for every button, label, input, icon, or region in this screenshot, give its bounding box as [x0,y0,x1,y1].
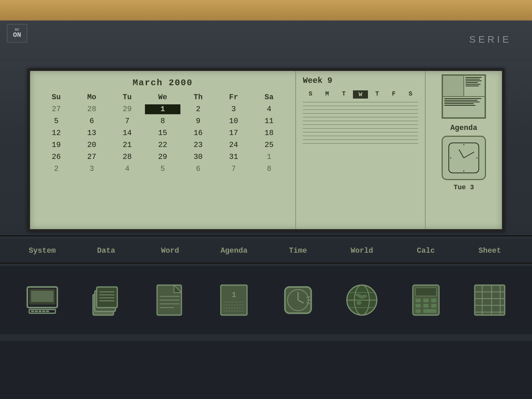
cal-cell[interactable]: 3 [216,104,251,114]
cal-cell[interactable]: 7 [216,164,251,174]
cal-cell[interactable]: 17 [216,128,251,138]
cal-cell[interactable]: 19 [39,140,74,150]
sheet-icon [471,281,508,319]
cal-cell[interactable]: 5 [39,116,74,126]
svg-rect-42 [415,299,420,302]
cal-cell[interactable]: 2 [39,164,74,174]
system-icon [24,281,61,319]
svg-rect-5 [35,311,38,312]
cal-cell[interactable]: 27 [74,152,109,162]
toolbar-word[interactable]: Word [138,247,202,255]
svg-rect-2 [31,291,54,302]
toolbar-agenda[interactable]: Agenda [202,247,266,255]
cal-cell[interactable]: 25 [251,140,287,150]
word-icon-button[interactable] [138,281,202,319]
cal-week-3: 12 13 14 15 16 17 18 [39,128,287,138]
data-icon [87,281,125,319]
svg-rect-49 [423,309,437,313]
cal-cell[interactable]: 30 [180,152,216,162]
calendar-title: March 2000 [39,78,287,88]
cal-cell-selected[interactable]: 1 [145,104,180,114]
time-line [303,117,418,117]
cal-cell[interactable]: 29 [109,104,145,114]
toolbar-world[interactable]: World [330,247,394,255]
cal-cell[interactable]: 18 [251,128,287,138]
cal-cell[interactable]: 1 [251,152,287,162]
cal-cell[interactable]: 24 [216,140,251,150]
toolbar-system[interactable]: System [10,247,74,255]
day-label-we: We [145,93,180,102]
cal-cell[interactable]: 13 [74,128,109,138]
week-day-s2: S [403,90,418,99]
data-icon-button[interactable] [74,281,138,319]
clock-minute-hand [464,152,474,158]
cal-cell[interactable]: 27 [39,104,74,114]
toolbar-sheet[interactable]: Sheet [458,247,522,255]
cal-cell[interactable]: 31 [216,152,251,162]
cal-cell[interactable]: 16 [180,128,216,138]
svg-rect-7 [42,311,45,312]
toolbar-time[interactable]: Time [266,247,330,255]
agenda-label: Agenda [450,124,477,132]
cal-cell[interactable]: 28 [109,152,145,162]
cal-cell[interactable]: 4 [109,164,145,174]
calc-icon [407,281,445,319]
cal-cell[interactable]: 21 [109,140,145,150]
cal-cell[interactable]: 11 [251,116,287,126]
week-title: Week 9 [303,76,418,85]
week-day-s1: S [303,90,318,99]
world-icon-button[interactable] [330,281,394,319]
cal-cell[interactable]: 7 [109,116,145,126]
cal-cell[interactable]: 12 [39,128,74,138]
week-day-t1: T [336,90,352,99]
sheet-icon-button[interactable] [458,281,522,319]
cal-cell[interactable]: 6 [180,164,216,174]
cal-week-1: 27 28 29 1 2 3 4 [39,104,287,114]
week-time-lines [303,102,418,144]
cal-cell[interactable]: 9 [180,116,216,126]
svg-rect-41 [415,288,437,296]
cal-cell[interactable]: 5 [145,164,180,174]
day-label-mo: Mo [74,93,109,102]
cal-week-5: 26 27 28 29 30 31 1 [39,152,287,162]
cal-cell[interactable]: 4 [251,104,287,114]
svg-rect-6 [39,311,42,312]
cal-cell[interactable]: 28 [74,104,109,114]
calendar-grid: Su Mo Tu We Th Fr Sa 27 28 29 1 2 3 4 5 [39,93,287,174]
time-line [303,124,418,125]
toolbar-data[interactable]: Data [74,247,138,255]
cal-cell[interactable]: 22 [145,140,180,150]
calendar-section: March 2000 Su Mo Tu We Th Fr Sa 27 28 29… [30,71,296,229]
cal-cell[interactable]: 14 [109,128,145,138]
cal-cell[interactable]: 10 [216,116,251,126]
cal-cell[interactable]: 20 [74,140,109,150]
calc-icon-button[interactable] [394,281,458,319]
cal-cell[interactable]: 2 [180,104,216,114]
cal-cell[interactable]: 6 [74,116,109,126]
cal-cell[interactable]: 23 [180,140,216,150]
cal-cell[interactable]: 26 [39,152,74,162]
agenda-icon: 1 [215,281,253,319]
cal-cell[interactable]: 8 [145,116,180,126]
svg-rect-4 [31,311,34,312]
agenda-icon-button[interactable]: 1 [202,281,266,319]
cal-cell[interactable]: 3 [74,164,109,174]
toolbar-calc[interactable]: Calc [394,247,458,255]
icon-buttons-row: 1 [0,266,532,334]
time-icon-button[interactable] [266,281,330,319]
cal-cell[interactable]: 15 [145,128,180,138]
day-label-tu: Tu [109,93,145,102]
svg-rect-8 [46,311,49,312]
cal-cell[interactable]: 8 [251,164,287,174]
time-line [303,121,418,121]
svg-text:1: 1 [232,291,236,299]
system-icon-button[interactable] [10,281,74,319]
svg-rect-22 [221,285,247,315]
week-day-t2: T [369,90,385,99]
svg-rect-45 [415,304,420,308]
clock-face [448,143,479,173]
day-label-th: Th [180,93,216,102]
cal-cell[interactable]: 29 [145,152,180,162]
time-line [303,143,418,144]
day-label-sa: Sa [251,93,287,102]
